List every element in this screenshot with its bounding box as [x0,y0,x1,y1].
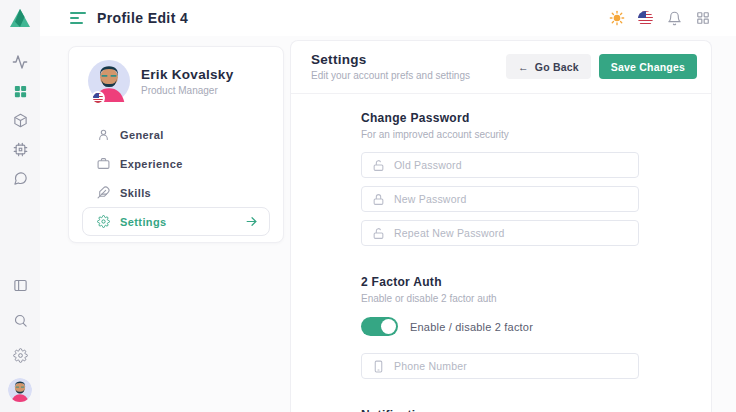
profile-name: Erik Kovalsky [141,67,233,82]
arrow-right-icon [245,215,258,228]
topbar: Profile Edit 4 [0,0,736,36]
gear-icon[interactable] [12,347,28,363]
menu-item-label: Skills [120,187,151,199]
logo-triangle-icon [9,8,31,28]
two-factor-section: 2 Factor Auth Enable or disable 2 factor… [361,275,711,379]
search-icon[interactable] [12,312,28,328]
section-title: 2 Factor Auth [361,275,711,289]
profile-edit-app: Profile Edit 4 [0,0,736,412]
settings-heading: Settings Edit your account prefs and set… [311,52,470,81]
bell-icon[interactable] [666,10,682,26]
menu-item-settings[interactable]: Settings [82,207,270,236]
layout-icon[interactable] [12,277,28,293]
old-password-input[interactable] [394,159,628,171]
feather-icon [97,186,110,199]
menu-item-skills[interactable]: Skills [82,178,270,207]
profile-identity: Erik Kovalsky Product Manager [141,67,233,96]
profile-card-header: Erik Kovalsky Product Manager [69,47,283,110]
user-avatar[interactable] [8,378,32,402]
cube-icon[interactable] [12,112,28,128]
menu-item-label: Settings [120,216,167,228]
briefcase-icon [97,157,110,170]
profile-card: Erik Kovalsky Product Manager General [68,46,284,243]
chat-icon[interactable] [12,170,28,186]
menu-item-experience[interactable]: Experience [82,149,270,178]
toggle-label: Enable / disable 2 factor [410,321,533,333]
us-flag-icon[interactable] [638,11,653,26]
cpu-icon[interactable] [12,141,28,157]
profile-role: Product Manager [141,85,233,96]
two-factor-toggle[interactable] [361,317,398,336]
phone-number-input[interactable] [394,360,628,372]
notifications-section: Notifications Configure how you receive … [361,408,711,412]
page-title: Profile Edit 4 [97,10,188,26]
settings-actions: ← Go Back Save Changes [506,54,697,79]
arrow-left-icon: ← [518,61,529,73]
section-title: Notifications [361,408,711,412]
settings-panel: Settings Edit your account prefs and set… [290,40,712,412]
profile-menu: General Experience Skills [69,110,283,236]
new-password-field[interactable] [361,186,639,212]
avatar-flag-badge [91,91,105,105]
menu-item-general[interactable]: General [82,120,270,149]
menu-item-label: Experience [120,158,183,170]
settings-subtitle: Edit your account prefs and settings [311,70,470,81]
toggle-knob [381,319,396,334]
user-icon [97,128,110,141]
unlock-icon [372,159,385,172]
go-back-button[interactable]: ← Go Back [506,54,591,79]
section-subtitle: For an improved account security [361,129,711,140]
gear-icon [97,215,110,228]
section-subtitle: Enable or disable 2 factor auth [361,293,711,304]
activity-icon[interactable] [12,54,28,70]
repeat-password-field[interactable] [361,220,639,246]
sun-icon[interactable] [609,10,625,26]
section-title: Change Password [361,111,711,125]
save-changes-button[interactable]: Save Changes [599,54,697,79]
sidebar-rail [0,36,40,412]
repeat-password-input[interactable] [394,227,628,239]
change-password-section: Change Password For an improved account … [361,111,711,246]
phone-number-field[interactable] [361,353,639,379]
two-factor-toggle-row: Enable / disable 2 factor [361,317,711,336]
password-fields [361,152,711,246]
hamburger-icon[interactable] [70,12,86,24]
lock-icon [372,193,385,206]
old-password-field[interactable] [361,152,639,178]
settings-panel-body: Change Password For an improved account … [291,94,711,412]
new-password-input[interactable] [394,193,628,205]
settings-title: Settings [311,52,470,67]
topbar-actions [609,10,736,26]
dashboard-grid-icon[interactable] [12,83,28,99]
apps-grid-icon[interactable] [695,10,711,26]
settings-panel-header: Settings Edit your account prefs and set… [291,41,711,94]
smartphone-icon [372,360,385,373]
menu-item-label: General [120,129,164,141]
profile-avatar [88,60,130,102]
app-logo[interactable] [0,0,40,36]
unlock-icon [372,227,385,240]
